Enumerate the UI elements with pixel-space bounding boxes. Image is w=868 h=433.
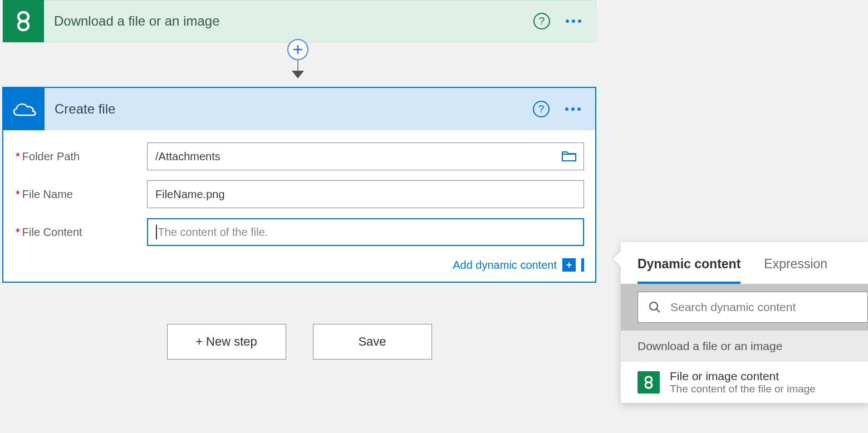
add-dynamic-row: Add dynamic content + <box>14 256 584 272</box>
dataverse-icon <box>3 0 44 42</box>
file-content-input[interactable]: The content of the file. <box>147 218 584 246</box>
arrow-down-icon <box>292 71 304 78</box>
save-button[interactable]: Save <box>313 324 432 360</box>
search-wrap <box>621 284 868 331</box>
add-step-plus-button[interactable] <box>287 39 308 60</box>
tab-dynamic-content[interactable]: Dynamic content <box>637 257 741 284</box>
dc-item-file-or-image-content[interactable]: File or image content The content of the… <box>621 362 868 403</box>
action-card-download[interactable]: Download a file or an image ? <box>2 0 596 42</box>
connector <box>287 43 309 78</box>
download-title: Download a file or an image <box>44 13 533 29</box>
folder-picker-icon[interactable] <box>561 150 577 163</box>
new-step-button[interactable]: + New step <box>167 324 286 360</box>
file-name-input[interactable] <box>147 180 584 208</box>
required-asterisk: * <box>16 151 20 162</box>
search-icon <box>648 301 661 314</box>
svg-point-2 <box>650 302 658 310</box>
text-caret <box>156 225 157 239</box>
add-dynamic-plus-button[interactable]: + <box>562 258 576 272</box>
required-asterisk: * <box>16 189 20 200</box>
search-box[interactable] <box>637 292 868 323</box>
download-header[interactable]: Download a file or an image ? <box>2 0 596 42</box>
connector-line <box>297 59 298 71</box>
dynamic-content-popover: Dynamic content Expression Download a fi… <box>621 242 868 403</box>
dynamic-bar-icon <box>581 258 584 272</box>
file-content-label: * File Content <box>14 226 147 239</box>
more-icon[interactable] <box>565 107 581 111</box>
folder-path-input[interactable] <box>147 142 584 170</box>
help-icon[interactable]: ? <box>533 13 550 29</box>
form-row-file-name: * File Name <box>14 180 584 208</box>
popover-tabs: Dynamic content Expression <box>621 242 868 284</box>
file-content-placeholder: The content of the file. <box>158 226 268 239</box>
folder-path-label: * Folder Path <box>14 150 147 163</box>
more-icon[interactable] <box>566 19 581 23</box>
create-file-header[interactable]: Create file ? <box>3 88 595 130</box>
add-dynamic-content-link[interactable]: Add dynamic content <box>453 259 557 272</box>
label-text: File Name <box>22 188 73 201</box>
file-name-field[interactable] <box>155 188 576 201</box>
create-file-title: Create file <box>45 101 533 117</box>
help-icon[interactable]: ? <box>533 101 550 117</box>
search-input[interactable] <box>670 301 857 314</box>
dc-item-text: File or image content The content of the… <box>670 370 816 395</box>
bottom-buttons: + New step Save <box>2 324 596 360</box>
svg-line-3 <box>656 309 660 312</box>
required-asterisk: * <box>16 227 20 238</box>
onedrive-icon <box>3 88 45 130</box>
form-row-file-content: * File Content The content of the file. <box>14 218 584 246</box>
label-text: Folder Path <box>22 150 80 163</box>
dataverse-icon <box>637 371 660 393</box>
label-text: File Content <box>22 226 82 239</box>
dc-item-desc: The content of the file or image <box>670 383 816 395</box>
tab-expression[interactable]: Expression <box>764 257 827 284</box>
action-card-create-file: Create file ? * Folder Path * File Name <box>2 87 596 283</box>
folder-path-field[interactable] <box>155 150 557 163</box>
file-name-label: * File Name <box>14 188 147 201</box>
dc-section-label: Download a file or an image <box>621 331 868 362</box>
dc-item-title: File or image content <box>670 370 816 383</box>
create-file-body: * Folder Path * File Name * File Co <box>3 130 595 282</box>
form-row-folder-path: * Folder Path <box>14 142 584 170</box>
popover-pointer-icon <box>613 251 621 267</box>
